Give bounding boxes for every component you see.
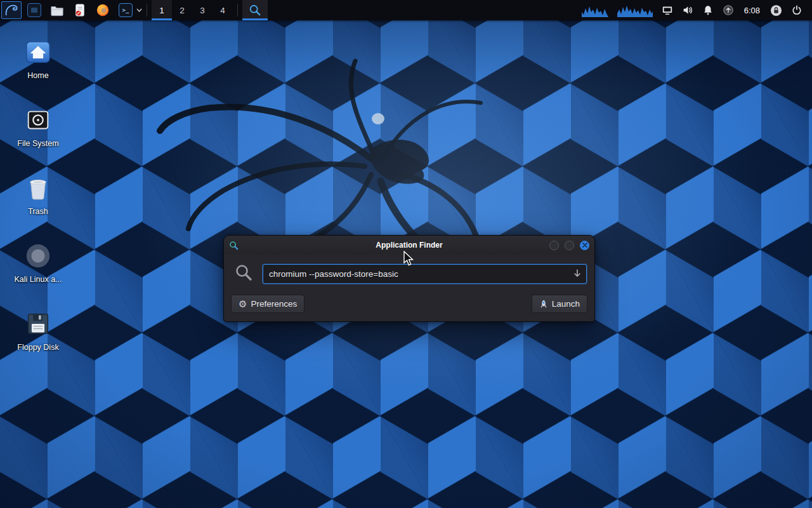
window-title: Application Finder xyxy=(224,241,594,250)
desktop-icon-label: Trash xyxy=(28,207,48,216)
panel-separator xyxy=(237,4,238,17)
workspace-1[interactable]: 1 xyxy=(152,0,172,20)
firefox-icon[interactable] xyxy=(93,1,112,20)
desktop-icon-floppy-disk[interactable]: Floppy Disk xyxy=(8,309,69,372)
file-manager-icon[interactable] xyxy=(48,1,67,20)
launch-icon xyxy=(539,299,548,309)
desktop-icon-label: Floppy Disk xyxy=(17,343,58,352)
workspace-2[interactable]: 2 xyxy=(172,0,192,20)
status-circle-icon[interactable] xyxy=(718,0,738,20)
history-dropdown-icon[interactable] xyxy=(572,269,582,279)
preferences-button[interactable]: ⚙ Preferences xyxy=(231,295,304,313)
command-entry xyxy=(263,264,587,284)
workspace-switcher: 1 2 3 4 xyxy=(152,0,233,20)
search-input[interactable] xyxy=(263,264,587,284)
display-icon[interactable] xyxy=(657,0,678,20)
search-icon xyxy=(234,263,253,284)
panel-separator xyxy=(147,4,147,17)
workspace-4[interactable]: 4 xyxy=(213,0,233,20)
network-monitor-graph[interactable] xyxy=(577,0,657,20)
application-finder-window: Application Finder xyxy=(223,235,595,322)
dark-app-icon[interactable] xyxy=(25,1,44,20)
text-editor-icon[interactable] xyxy=(70,1,89,20)
desktop-icon-label: Kali Linux a... xyxy=(14,275,62,284)
kali-docs-icon xyxy=(23,241,53,271)
maximize-button[interactable] xyxy=(565,241,574,250)
minimize-button[interactable] xyxy=(549,241,559,250)
close-button[interactable] xyxy=(580,241,589,250)
launch-button[interactable]: Launch xyxy=(532,295,587,313)
top-panel: >_ 1 2 3 4 xyxy=(0,0,812,20)
trash-icon xyxy=(23,173,53,203)
desktop-icon-file-system[interactable]: File System xyxy=(8,105,69,168)
titlebar[interactable]: Application Finder xyxy=(224,236,594,255)
file-system-drive-icon xyxy=(23,105,53,135)
preferences-label: Preferences xyxy=(251,299,297,309)
floppy-disk-icon xyxy=(23,309,53,339)
dialog-buttons: ⚙ Preferences Launch xyxy=(224,289,594,321)
terminal-icon[interactable]: >_ xyxy=(116,1,135,20)
desktop-icon-home[interactable]: Home xyxy=(8,37,69,100)
desktop-icon-kali-linux[interactable]: Kali Linux a... xyxy=(8,241,69,304)
terminal-dropdown-icon[interactable] xyxy=(136,1,142,20)
notifications-bell-icon[interactable] xyxy=(698,0,718,20)
gear-icon: ⚙ xyxy=(239,299,247,309)
power-icon[interactable] xyxy=(787,0,807,20)
panel-clock[interactable]: 6:08 xyxy=(738,6,766,15)
workspace-3[interactable]: 3 xyxy=(192,0,213,20)
search-row xyxy=(224,255,594,289)
volume-icon[interactable] xyxy=(678,0,698,20)
taskbar-application-finder[interactable] xyxy=(242,0,268,20)
desktop-icon-trash[interactable]: Trash xyxy=(8,173,69,236)
application-finder-window-icon xyxy=(229,241,239,250)
lock-icon[interactable] xyxy=(766,0,787,20)
kali-menu-icon[interactable] xyxy=(1,1,22,19)
desktop-icon-label: Home xyxy=(27,71,48,80)
home-folder-icon xyxy=(23,37,53,67)
desktop-icon-label: File System xyxy=(17,139,58,148)
panel-launchers: >_ xyxy=(0,0,142,20)
launch-label: Launch xyxy=(552,299,580,309)
system-tray: 6:08 xyxy=(577,0,812,20)
